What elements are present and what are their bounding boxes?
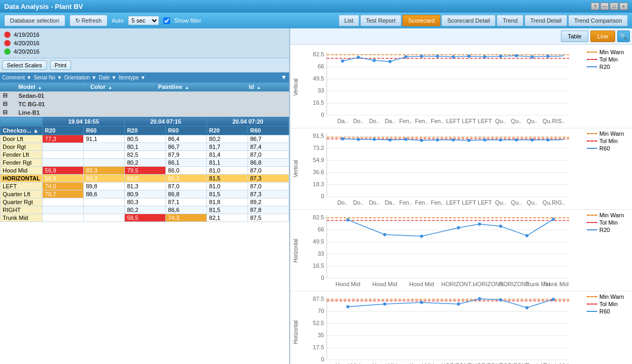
svg-point-23 bbox=[468, 55, 471, 58]
date-filter[interactable]: Date ▼ bbox=[98, 75, 116, 80]
tab-scorecard[interactable]: Scorecard bbox=[402, 15, 440, 26]
measure-header-row: Checkzo... ▲ R20 R60 R20 R60 R20 R60 bbox=[1, 126, 289, 135]
svg-point-25 bbox=[499, 55, 502, 58]
show-filter-checkbox[interactable] bbox=[163, 17, 170, 24]
chart4-svg: 0 17.5 35 52.5 70 87.5 bbox=[301, 291, 585, 364]
maximize-btn[interactable]: □ bbox=[610, 3, 618, 10]
group-line-b1[interactable]: ⊟ Line-B1 bbox=[1, 108, 289, 117]
svg-text:16.5: 16.5 bbox=[313, 262, 324, 269]
date-indicator-1 bbox=[4, 32, 11, 38]
th-r20-1: R20 bbox=[43, 126, 84, 135]
main-toolbar: Database selection ↻ Refresh Auto 5 sec … bbox=[0, 13, 632, 28]
tab-scorecard-detail[interactable]: Scorecard Detail bbox=[441, 15, 496, 26]
date-item-3[interactable]: 4/20/2016 bbox=[2, 47, 287, 56]
legend-r20-1: R20 bbox=[587, 64, 630, 70]
svg-text:Hood Mid: Hood Mid bbox=[409, 281, 434, 287]
th-checkzo[interactable]: Checkzo... ▲ bbox=[1, 126, 43, 135]
date-item-2[interactable]: 4/20/2016 bbox=[2, 39, 287, 47]
th-r20-2: R20 bbox=[125, 126, 166, 135]
data-table: Model ▲ Color ▲ Paintline ▲ Id ▲ ⊟ Sedan… bbox=[0, 82, 289, 117]
th-color[interactable]: Color ▲ bbox=[88, 83, 156, 92]
tab-list[interactable]: List bbox=[339, 15, 359, 26]
close-btn[interactable]: × bbox=[619, 3, 628, 10]
itemtype-filter[interactable]: Itemtype ▼ bbox=[118, 75, 145, 80]
svg-text:Do..: Do.. bbox=[337, 199, 348, 206]
database-selection-btn[interactable]: Database selection bbox=[4, 15, 65, 26]
svg-text:Qu..: Qu.. bbox=[511, 199, 522, 206]
window-controls[interactable]: ? — □ × bbox=[591, 3, 628, 10]
svg-text:91.5: 91.5 bbox=[313, 133, 324, 139]
help-btn[interactable]: ? bbox=[591, 3, 599, 10]
svg-point-104 bbox=[383, 233, 387, 236]
line-mode-btn[interactable]: Line bbox=[590, 31, 615, 42]
svg-text:18.3: 18.3 bbox=[313, 181, 324, 187]
select-scales-btn[interactable]: Select Scales bbox=[2, 60, 47, 70]
chart1-y-label: Vertical bbox=[290, 47, 301, 128]
svg-point-65 bbox=[436, 138, 439, 141]
svg-point-61 bbox=[373, 138, 376, 141]
search-btn[interactable]: 🔍 bbox=[617, 31, 630, 42]
row-trunk-mid[interactable]: Trunk Mid 58,5 74,3 82,1 87,5 bbox=[1, 214, 289, 222]
row-fender-lft[interactable]: Fender Lft 82,5 87,9 81,4 87,0 bbox=[1, 151, 289, 159]
svg-text:54.9: 54.9 bbox=[313, 157, 324, 163]
svg-point-63 bbox=[404, 138, 408, 141]
th-model[interactable]: Model ▲ bbox=[16, 83, 88, 92]
svg-point-105 bbox=[420, 235, 423, 238]
chart2-svg-container: 0 18.3 36.6 54.9 73.2 91.5 bbox=[301, 128, 585, 209]
svg-point-17 bbox=[373, 59, 376, 62]
th-date2: 20.04 07:15 bbox=[125, 117, 207, 126]
group-tc-bg-01[interactable]: ⊟ TC BG-01 bbox=[1, 100, 289, 108]
minimize-btn[interactable]: — bbox=[600, 3, 609, 10]
print-btn[interactable]: Print bbox=[50, 60, 72, 70]
date-item-1[interactable]: 4/19/2016 bbox=[2, 31, 287, 39]
serialno-filter[interactable]: Serial No ▼ bbox=[34, 75, 62, 80]
chart1-svg: 0 16.5 33 49.5 66 82.5 bbox=[301, 47, 585, 126]
svg-text:70: 70 bbox=[318, 308, 324, 314]
svg-text:Da..: Da.. bbox=[384, 118, 395, 124]
row-left[interactable]: LEFT 74,0 89,8 81,3 87,0 81,0 87,0 bbox=[1, 183, 289, 190]
table-mode-btn[interactable]: Table bbox=[561, 31, 588, 42]
tab-trend[interactable]: Trend bbox=[497, 15, 523, 26]
legend-tol-min-1: Tol Min bbox=[587, 56, 630, 63]
row-quarter-lft[interactable]: Quarter Lft 70,7 88,6 80,9 86,8 81,5 87,… bbox=[1, 190, 289, 198]
legend-r60-2: R60 bbox=[587, 145, 630, 151]
row-door-lft[interactable]: Door Lft 77,3 91,1 80,5 86,4 80,2 86,7 bbox=[1, 135, 289, 143]
view-tabs: List Test Report Scorecard Scorecard Det… bbox=[339, 15, 628, 26]
th-paintline[interactable]: Paintline ▲ bbox=[156, 83, 246, 92]
svg-point-138 bbox=[478, 297, 481, 300]
svg-text:Qu..: Qu.. bbox=[495, 118, 506, 124]
tab-test-report[interactable]: Test Report bbox=[360, 15, 401, 26]
svg-point-108 bbox=[499, 225, 502, 228]
row-hood-mid[interactable]: Hood Mid 56,9 83,3 79,5 86,0 81,0 87,0 bbox=[1, 167, 289, 175]
title-bar: Data Analysis - Plant BV ? — □ × bbox=[0, 0, 632, 13]
group-sedan-01[interactable]: ⊟ Sedan-01 bbox=[1, 92, 289, 100]
comment-filter[interactable]: Comment ▼ bbox=[2, 75, 32, 80]
show-filter-label: Show filter bbox=[174, 17, 201, 24]
svg-text:LEFT: LEFT bbox=[462, 199, 476, 206]
filter-expand-btn[interactable]: ▼ bbox=[281, 74, 287, 81]
tab-trend-comparison[interactable]: Trend Comparison bbox=[568, 15, 628, 26]
tab-trend-detail[interactable]: Trend Detail bbox=[525, 15, 568, 26]
th-id[interactable]: Id ▲ bbox=[246, 83, 289, 92]
legend-min-warn-1: Min Warn bbox=[587, 49, 630, 55]
refresh-btn[interactable]: ↻ Refresh bbox=[70, 15, 108, 26]
row-fender-rgt[interactable]: Fender Rgt 80,2 86,1 81,1 86,8 bbox=[1, 159, 289, 167]
svg-text:Hood Mid: Hood Mid bbox=[372, 281, 397, 287]
chart3-y-label: Horizontal bbox=[290, 210, 301, 291]
row-right[interactable]: RIGHT 80,2 86,6 81,5 87,8 bbox=[1, 206, 289, 214]
row-door-rgt[interactable]: Door Rgt 80,1 86,7 81,7 87,4 bbox=[1, 143, 289, 151]
orientation-filter[interactable]: Orientation ▼ bbox=[64, 75, 97, 80]
th-empty bbox=[1, 83, 16, 92]
data-table-container[interactable]: Model ▲ Color ▲ Paintline ▲ Id ▲ ⊟ Sedan… bbox=[0, 82, 289, 364]
right-panel[interactable]: Table Line 🔍 Vertical 0 16.5 33 49.5 bbox=[290, 28, 632, 364]
svg-text:Da..: Da.. bbox=[384, 199, 395, 206]
row-quarter-rgt[interactable]: Quarter Rgt 80,3 87,1 81,8 89,2 bbox=[1, 198, 289, 206]
auto-interval-select[interactable]: 5 sec 10 sec 30 sec bbox=[128, 16, 159, 25]
chart2-svg: 0 18.3 36.6 54.9 73.2 91.5 bbox=[301, 128, 585, 207]
chart4-legend: Min Warn Tol Min R60 bbox=[585, 291, 632, 364]
date-label-3: 4/20/2016 bbox=[14, 48, 39, 55]
svg-text:Qu..: Qu.. bbox=[527, 118, 538, 124]
svg-point-136 bbox=[420, 301, 423, 304]
row-horizontal[interactable]: HORIZONTAL 56,9 83,3 69,0 80,2 81,5 87,3 bbox=[1, 175, 289, 183]
refresh-icon: ↻ bbox=[75, 17, 80, 24]
